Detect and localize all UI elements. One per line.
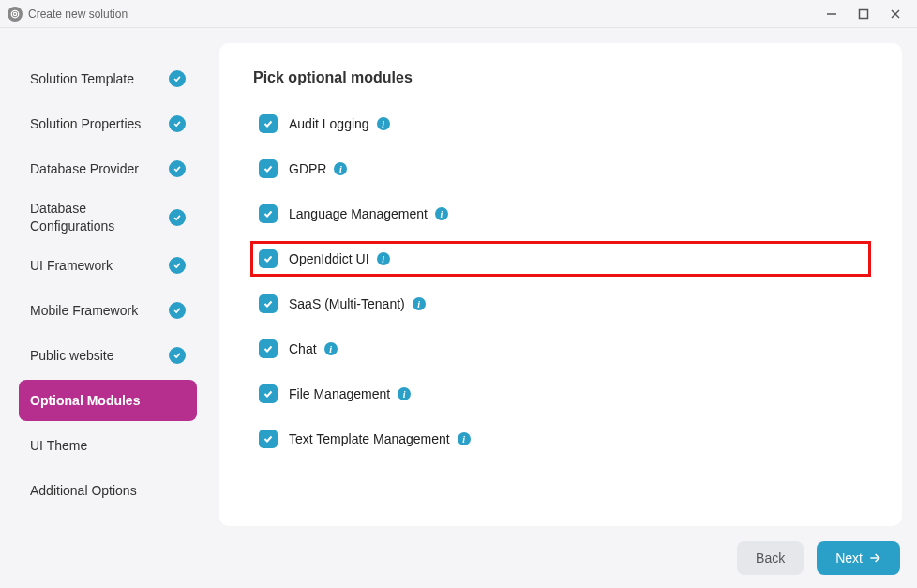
titlebar: Create new solution	[0, 0, 917, 28]
module-label-wrap: OpenIddict UI i	[289, 251, 484, 266]
svg-rect-3	[860, 9, 868, 18]
check-icon	[169, 209, 186, 226]
sidebar-item-ui-theme[interactable]: UI Theme	[19, 425, 197, 466]
sidebar-item-database-provider[interactable]: Database Provider	[19, 148, 197, 189]
sidebar-item-label: Additional Options	[30, 482, 186, 499]
sidebar-item-label: UI Framework	[30, 257, 169, 274]
info-icon[interactable]: i	[458, 432, 471, 445]
module-row-text-template: Text Template Management i	[253, 426, 868, 452]
module-checkbox[interactable]	[259, 159, 278, 178]
module-label: Chat	[289, 341, 317, 356]
module-checkbox[interactable]	[259, 430, 278, 448]
module-row-audit-logging: Audit Logging i	[253, 111, 868, 137]
sidebar-item-label: Solution Properties	[30, 115, 169, 132]
sidebar-item-label: Database Configurations	[30, 200, 169, 234]
svg-point-1	[13, 12, 16, 15]
module-label: SaaS (Multi-Tenant)	[289, 296, 405, 311]
module-checkbox[interactable]	[259, 204, 278, 223]
sidebar-item-label: UI Theme	[30, 437, 186, 454]
module-row-saas: SaaS (Multi-Tenant) i	[253, 291, 868, 317]
window-title: Create new solution	[28, 8, 825, 21]
sidebar-item-label: Public website	[30, 347, 169, 364]
arrow-right-icon	[868, 551, 881, 565]
module-list: Audit Logging i GDPR i Language Manageme…	[253, 111, 868, 452]
module-checkbox[interactable]	[259, 339, 278, 358]
sidebar-item-solution-properties[interactable]: Solution Properties	[19, 103, 197, 144]
close-button[interactable]	[889, 8, 902, 21]
module-label: Text Template Management	[289, 431, 450, 446]
info-icon[interactable]: i	[413, 297, 426, 310]
sidebar-item-mobile-framework[interactable]: Mobile Framework	[19, 290, 197, 331]
module-row-gdpr: GDPR i	[253, 156, 868, 182]
info-icon[interactable]: i	[377, 252, 390, 265]
check-icon	[169, 302, 186, 319]
module-label: GDPR	[289, 161, 326, 176]
module-checkbox[interactable]	[259, 294, 278, 313]
next-button[interactable]: Next	[817, 541, 900, 575]
sidebar: Solution Template Solution Properties Da…	[0, 43, 206, 526]
module-row-file-management: File Management i	[253, 381, 868, 407]
sidebar-item-solution-template[interactable]: Solution Template	[19, 58, 197, 99]
info-icon[interactable]: i	[435, 207, 448, 220]
info-icon[interactable]: i	[334, 162, 347, 175]
check-icon	[169, 160, 186, 177]
module-label-wrap: GDPR i	[289, 161, 347, 176]
module-row-chat: Chat i	[253, 336, 868, 362]
info-icon[interactable]: i	[398, 387, 411, 400]
window-controls	[825, 8, 909, 21]
app-icon	[8, 7, 23, 22]
check-icon	[169, 257, 186, 274]
module-label-wrap: Language Management i	[289, 206, 448, 221]
main-area: Solution Template Solution Properties Da…	[0, 28, 917, 526]
maximize-button[interactable]	[857, 8, 870, 21]
module-label-wrap: Audit Logging i	[289, 116, 390, 131]
module-checkbox[interactable]	[259, 114, 278, 133]
module-label-wrap: Text Template Management i	[289, 431, 471, 446]
sidebar-item-label: Solution Template	[30, 70, 169, 87]
sidebar-item-label: Mobile Framework	[30, 302, 169, 319]
module-label: Language Management	[289, 206, 428, 221]
module-label: Audit Logging	[289, 116, 369, 131]
sidebar-item-additional-options[interactable]: Additional Options	[19, 470, 197, 511]
footer: Back Next	[0, 526, 917, 588]
next-button-label: Next	[835, 550, 863, 565]
sidebar-item-database-configurations[interactable]: Database Configurations	[19, 193, 197, 241]
module-row-language-management: Language Management i	[253, 201, 868, 227]
page-heading: Pick optional modules	[253, 69, 868, 86]
module-label-wrap: SaaS (Multi-Tenant) i	[289, 296, 426, 311]
info-icon[interactable]: i	[324, 342, 338, 355]
sidebar-item-public-website[interactable]: Public website	[19, 335, 197, 376]
minimize-button[interactable]	[825, 8, 838, 21]
check-icon	[169, 70, 186, 87]
sidebar-item-label: Database Provider	[30, 160, 169, 177]
content-panel: Pick optional modules Audit Logging i GD…	[219, 43, 902, 526]
module-label: OpenIddict UI	[289, 251, 369, 266]
module-row-openiddict-ui: OpenIddict UI i	[250, 241, 871, 277]
module-label-wrap: Chat i	[289, 341, 338, 356]
sidebar-item-label: Optional Modules	[30, 392, 186, 409]
check-icon	[169, 115, 186, 132]
module-checkbox[interactable]	[259, 249, 278, 268]
check-icon	[169, 347, 186, 364]
sidebar-item-ui-framework[interactable]: UI Framework	[19, 245, 197, 286]
back-button[interactable]: Back	[737, 541, 804, 575]
module-label-wrap: File Management i	[289, 386, 411, 401]
module-checkbox[interactable]	[259, 384, 278, 403]
info-icon[interactable]: i	[377, 117, 390, 130]
module-label: File Management	[289, 386, 390, 401]
back-button-label: Back	[756, 550, 785, 565]
sidebar-item-optional-modules[interactable]: Optional Modules	[19, 380, 197, 421]
svg-point-0	[11, 10, 19, 18]
